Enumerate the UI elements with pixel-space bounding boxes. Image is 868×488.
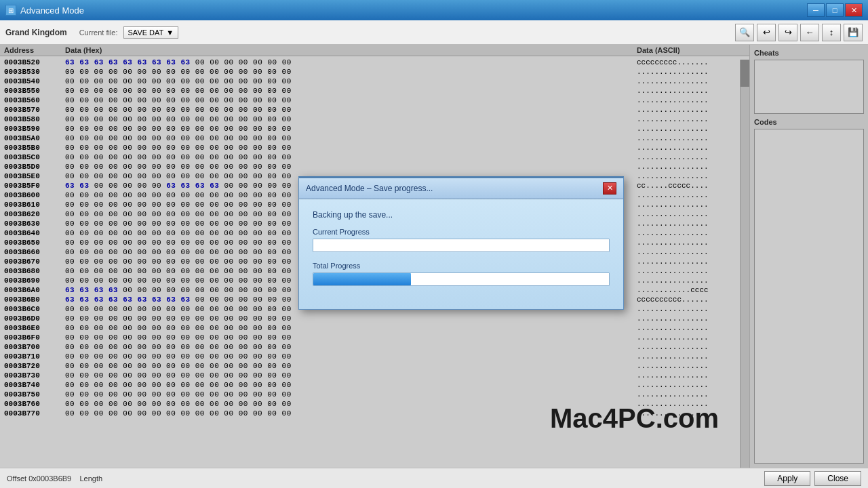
minimize-button[interactable]: ─ xyxy=(807,3,825,17)
back-icon-button[interactable]: ← xyxy=(800,24,819,41)
offset-label: Offset xyxy=(7,474,26,483)
search-icon-button[interactable]: 🔍 xyxy=(735,24,754,41)
modal-overlay: Advanced Mode – Save progress... ✕ Backi… xyxy=(0,45,868,468)
toolbar: Grand Kingdom Current file: SAVE DAT ▼ 🔍… xyxy=(0,20,868,45)
swap-icon-button[interactable]: ↕ xyxy=(822,24,841,41)
dropdown-arrow-icon: ▼ xyxy=(166,28,174,37)
modal-status-text: Backing up the save... xyxy=(313,210,610,220)
total-progress-label: Total Progress xyxy=(313,262,610,270)
total-progress-fill xyxy=(313,273,411,285)
save-icon-button[interactable]: 💾 xyxy=(844,24,863,41)
length-label: Length xyxy=(79,474,102,483)
window-title: Advanced Mode xyxy=(20,5,84,16)
toolbar-icons: 🔍 ↩ ↪ ← ↕ 💾 xyxy=(735,24,863,41)
undo-icon-button[interactable]: ↩ xyxy=(757,24,776,41)
app-title: Grand Kingdom xyxy=(5,28,67,37)
title-bar: ⊞ Advanced Mode ─ □ ✕ xyxy=(0,0,868,20)
apply-button[interactable]: Apply xyxy=(764,471,810,486)
modal-title-bar: Advanced Mode – Save progress... ✕ xyxy=(299,178,623,199)
bottom-bar: Offset 0x0003B6B9 Length Apply Close xyxy=(0,468,868,488)
file-dropdown[interactable]: SAVE DAT ▼ xyxy=(123,26,179,39)
current-progress-label: Current Progress xyxy=(313,228,610,236)
modal-close-button[interactable]: ✕ xyxy=(603,182,616,195)
modal-body: Backing up the save... Current Progress … xyxy=(299,199,623,309)
bottom-info: Offset 0x0003B6B9 Length xyxy=(7,474,102,483)
close-button[interactable]: Close xyxy=(814,471,861,486)
current-progress-bar xyxy=(313,239,610,252)
file-label: Current file: xyxy=(79,28,118,37)
redo-icon-button[interactable]: ↪ xyxy=(778,24,797,41)
title-bar-left: ⊞ Advanced Mode xyxy=(5,5,84,16)
window-controls[interactable]: ─ □ ✕ xyxy=(807,3,863,17)
total-progress-bar xyxy=(313,272,610,286)
main-layout: Address Data (Hex) Data (ASCII) 0003B520… xyxy=(0,45,868,468)
close-window-button[interactable]: ✕ xyxy=(845,3,863,17)
file-name: SAVE DAT xyxy=(128,28,164,37)
bottom-buttons: Apply Close xyxy=(764,471,861,486)
app-icon: ⊞ xyxy=(5,5,16,16)
modal-title: Advanced Mode – Save progress... xyxy=(306,184,433,193)
restore-button[interactable]: □ xyxy=(826,3,844,17)
offset-value: 0x0003B6B9 xyxy=(28,474,71,483)
save-progress-dialog: Advanced Mode – Save progress... ✕ Backi… xyxy=(298,176,624,310)
